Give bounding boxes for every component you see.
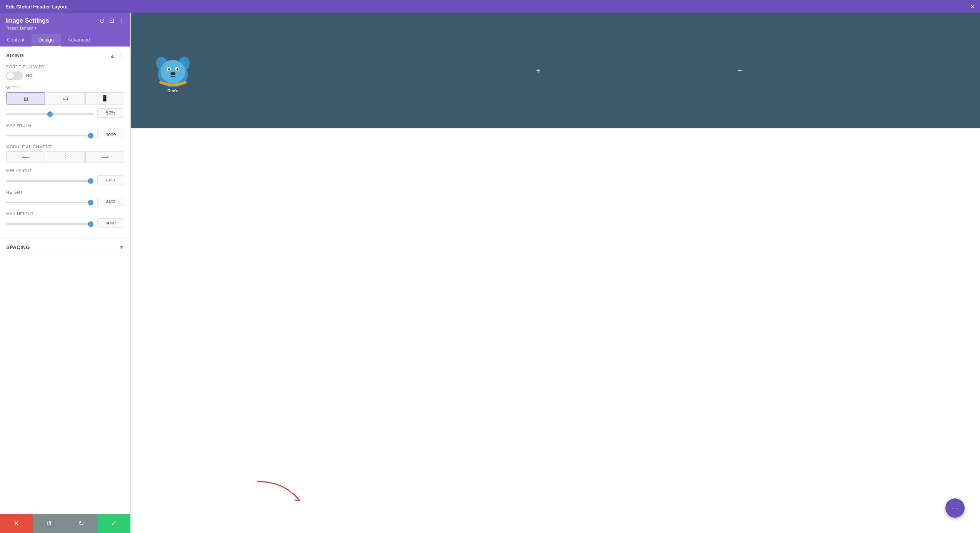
max-width-label: Max Width [6, 123, 124, 128]
min-height-slider-wrap [6, 176, 93, 183]
sizing-section: Sizing ▲ ⋮ Force Fullwidth NO W [0, 46, 130, 239]
more-icon[interactable]: ⋮ [119, 17, 125, 24]
bottom-toolbar: ✕ ↺ ↻ ✓ [0, 514, 130, 533]
height-slider[interactable] [6, 202, 93, 203]
width-field: Width 🖥 ▭ 📱 [6, 85, 124, 118]
align-center-btn[interactable]: ⋮ [46, 151, 85, 163]
svg-point-8 [171, 72, 176, 75]
height-slider-row [6, 197, 124, 206]
canvas-body: ··· [131, 128, 980, 533]
width-slider-wrap [6, 110, 93, 116]
close-icon[interactable]: × [970, 3, 975, 10]
svg-point-6 [168, 68, 170, 70]
panel-header-top: Image Settings ⊙ ⊡ ⋮ [5, 17, 125, 24]
tab-content[interactable]: Content [0, 34, 32, 46]
save-button[interactable]: ✓ [98, 514, 130, 533]
plus-right-icon[interactable]: + [738, 66, 742, 75]
sizing-section-controls: ▲ ⋮ [110, 52, 124, 59]
force-fullwidth-toggle-wrap: NO [6, 71, 124, 80]
module-alignment-label: Module Alignment [6, 144, 124, 149]
focus-icon[interactable]: ⊙ [100, 17, 105, 24]
arrow-overlay [254, 478, 315, 510]
fab-button[interactable]: ··· [945, 498, 965, 518]
align-left-btn[interactable]: ⟵ [6, 151, 45, 163]
logo-svg: Dee's [148, 46, 198, 96]
svg-point-7 [176, 68, 178, 70]
min-height-field: Min Height [6, 168, 124, 184]
undo-button[interactable]: ↺ [33, 514, 65, 533]
align-right-btn[interactable]: ⟶ [85, 151, 124, 163]
main-layout: Image Settings ⊙ ⊡ ⋮ Preset: Default ▾ C… [0, 13, 980, 533]
spacing-section-title: Spacing [6, 244, 30, 250]
tab-design[interactable]: Design [32, 34, 61, 46]
module-alignment-field: Module Alignment ⟵ ⋮ ⟶ [6, 144, 124, 163]
spacing-section-header[interactable]: Spacing ▼ [6, 244, 124, 250]
min-height-slider-row [6, 175, 124, 184]
canvas-header: Dee's + + [131, 13, 980, 128]
force-fullwidth-label: Force Fullwidth [6, 65, 124, 69]
max-height-slider-wrap [6, 219, 93, 226]
svg-point-3 [161, 60, 186, 83]
max-width-field: Max Width [6, 123, 124, 139]
left-panel: Image Settings ⊙ ⊡ ⋮ Preset: Default ▾ C… [0, 13, 131, 533]
width-mobile-btn[interactable]: 📱 [85, 92, 124, 105]
spacing-chevron-icon: ▼ [119, 244, 124, 250]
panel-content: Sizing ▲ ⋮ Force Fullwidth NO W [0, 46, 130, 514]
layout-icon[interactable]: ⊡ [109, 17, 114, 24]
width-slider[interactable] [6, 113, 93, 115]
spacing-section: Spacing ▼ [0, 239, 130, 256]
panel-preset[interactable]: Preset: Default ▾ [5, 26, 125, 31]
tabs: Content Design Advanced [0, 34, 130, 46]
max-height-slider[interactable] [6, 223, 93, 225]
min-height-label: Min Height [6, 168, 124, 173]
width-label: Width [6, 85, 124, 90]
max-width-value-input[interactable] [97, 130, 124, 139]
min-height-value-input[interactable] [97, 175, 124, 184]
top-bar: Edit Global Header Layout × [0, 0, 980, 13]
collapse-icon[interactable]: ▲ [110, 53, 115, 59]
arrow-svg [254, 478, 315, 508]
width-value-input[interactable] [97, 108, 124, 118]
height-value-input[interactable] [97, 197, 124, 206]
svg-text:Dee's: Dee's [168, 88, 178, 93]
force-fullwidth-toggle[interactable] [6, 71, 23, 80]
width-desktop-btn[interactable]: 🖥 [6, 92, 45, 105]
top-bar-title: Edit Global Header Layout [5, 4, 68, 10]
max-height-field: Max Height [6, 211, 124, 227]
height-slider-wrap [6, 198, 93, 205]
width-responsive-buttons: 🖥 ▭ 📱 [6, 92, 124, 105]
alignment-buttons: ⟵ ⋮ ⟶ [6, 151, 124, 163]
sizing-section-title: Sizing [6, 53, 24, 58]
plus-left-icon[interactable]: + [536, 66, 541, 75]
max-width-slider-wrap [6, 131, 93, 138]
canvas-logo: Dee's [146, 44, 200, 98]
cancel-button[interactable]: ✕ [0, 514, 33, 533]
force-fullwidth-field: Force Fullwidth NO [6, 65, 124, 80]
sizing-section-header: Sizing ▲ ⋮ [6, 52, 124, 59]
canvas: Dee's + + ··· [131, 13, 980, 533]
height-field: Height [6, 190, 124, 206]
height-label: Height [6, 190, 124, 194]
section-menu-icon[interactable]: ⋮ [118, 52, 124, 59]
redo-button[interactable]: ↻ [65, 514, 98, 533]
width-tablet-btn[interactable]: ▭ [46, 92, 85, 105]
min-height-slider[interactable] [6, 180, 93, 182]
width-slider-row [6, 108, 124, 118]
max-height-label: Max Height [6, 211, 124, 216]
panel-header-icons: ⊙ ⊡ ⋮ [100, 17, 125, 24]
max-height-slider-row [6, 218, 124, 227]
panel-title: Image Settings [5, 17, 49, 24]
panel-header: Image Settings ⊙ ⊡ ⋮ Preset: Default ▾ [0, 13, 130, 34]
max-width-slider-row [6, 130, 124, 139]
max-width-slider[interactable] [6, 135, 93, 136]
max-height-value-input[interactable] [97, 218, 124, 227]
force-fullwidth-state: NO [26, 73, 33, 78]
tab-advanced[interactable]: Advanced [61, 34, 97, 46]
